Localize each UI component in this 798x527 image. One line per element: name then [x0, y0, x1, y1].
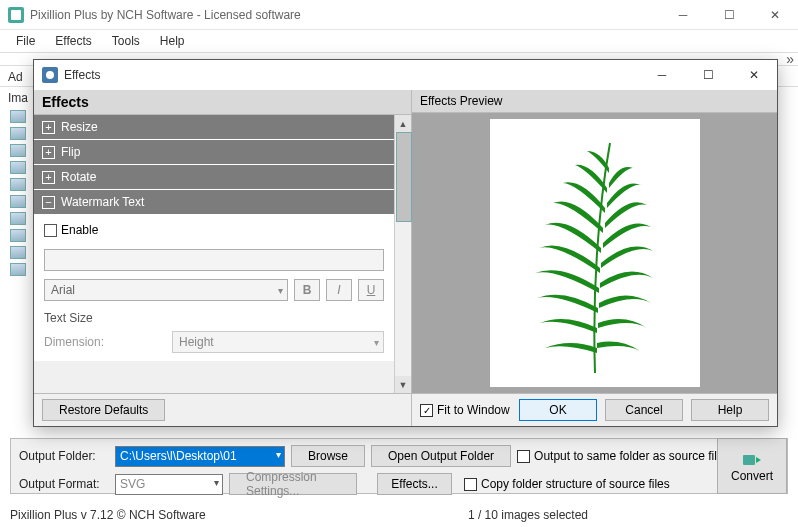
menu-tools[interactable]: Tools — [102, 32, 150, 50]
thumbnail[interactable] — [10, 212, 26, 225]
effect-rotate[interactable]: + Rotate — [34, 165, 394, 190]
close-button[interactable]: ✕ — [752, 0, 798, 30]
same-folder-label: Output to same folder as source files — [534, 449, 729, 463]
dimension-label: Dimension: — [44, 335, 164, 349]
thumbnail[interactable] — [10, 144, 26, 157]
scroll-down-icon[interactable]: ▼ — [395, 376, 411, 393]
cancel-button[interactable]: Cancel — [605, 399, 683, 421]
thumbnail[interactable] — [10, 178, 26, 191]
scroll-track[interactable] — [395, 132, 411, 376]
restore-defaults-button[interactable]: Restore Defaults — [42, 399, 165, 421]
menu-file[interactable]: File — [6, 32, 45, 50]
effect-flip[interactable]: + Flip — [34, 140, 394, 165]
dimension-combo[interactable]: Height ▾ — [172, 331, 384, 353]
ok-button[interactable]: OK — [519, 399, 597, 421]
preview-panel: Effects Preview — [412, 90, 777, 426]
scroll-up-icon[interactable]: ▲ — [395, 115, 411, 132]
dimension-value: Height — [179, 335, 214, 349]
text-size-label: Text Size — [44, 311, 384, 325]
maximize-button[interactable]: ☐ — [706, 0, 752, 30]
chevron-down-icon: ▾ — [276, 449, 281, 460]
app-icon — [8, 7, 24, 23]
statusbar: Pixillion Plus v 7.12 © NCH Software 1 /… — [0, 503, 798, 527]
version-text: Pixillion Plus v 7.12 © NCH Software — [10, 508, 206, 522]
convert-label: Convert — [731, 469, 773, 483]
effects-list-panel: Effects + Resize + Flip + Rotate — [34, 90, 412, 426]
effect-watermark-text[interactable]: − Watermark Text — [34, 190, 394, 215]
watermark-panel: Enable Arial ▾ B I U Text Size — [34, 215, 394, 361]
fit-label: Fit to Window — [437, 403, 510, 417]
checkbox-icon — [517, 450, 530, 463]
scrollbar[interactable]: ▲ ▼ — [394, 115, 411, 393]
dialog-title: Effects — [64, 68, 639, 82]
svg-rect-1 — [11, 10, 21, 20]
copy-structure-checkbox[interactable]: Copy folder structure of source files — [464, 477, 670, 491]
font-value: Arial — [51, 283, 75, 297]
effect-label: Watermark Text — [61, 195, 144, 209]
menu-effects[interactable]: Effects — [45, 32, 101, 50]
bold-button[interactable]: B — [294, 279, 320, 301]
preview-canvas — [490, 119, 700, 387]
effect-label: Resize — [61, 120, 98, 134]
open-output-button[interactable]: Open Output Folder — [371, 445, 511, 467]
compression-button[interactable]: Compression Settings... — [229, 473, 357, 495]
dialog-maximize-button[interactable]: ☐ — [685, 60, 731, 90]
main-titlebar: Pixillion Plus by NCH Software - License… — [0, 0, 798, 30]
checkbox-icon — [464, 478, 477, 491]
effect-label: Flip — [61, 145, 80, 159]
plus-icon: + — [42, 171, 55, 184]
effect-resize[interactable]: + Resize — [34, 115, 394, 140]
copy-structure-label: Copy folder structure of source files — [481, 477, 670, 491]
output-folder-value: C:\Users\l\Desktop\01 — [120, 449, 237, 463]
output-format-value: SVG — [120, 477, 145, 491]
effect-label: Rotate — [61, 170, 96, 184]
output-format-combo[interactable]: SVG ▾ — [115, 474, 223, 495]
window-title: Pixillion Plus by NCH Software - License… — [30, 8, 660, 22]
fit-to-window-checkbox[interactable]: ✓ Fit to Window — [420, 403, 510, 417]
help-button[interactable]: Help — [691, 399, 769, 421]
thumbnail[interactable] — [10, 195, 26, 208]
italic-button[interactable]: I — [326, 279, 352, 301]
watermark-text-input[interactable] — [44, 249, 384, 271]
checkbox-icon — [44, 224, 57, 237]
convert-icon — [742, 449, 762, 467]
browse-button[interactable]: Browse — [291, 445, 365, 467]
effects-button[interactable]: Effects... — [377, 473, 452, 495]
checkbox-checked-icon: ✓ — [420, 404, 433, 417]
convert-button[interactable]: Convert — [717, 438, 787, 494]
output-folder-label: Output Folder: — [19, 449, 109, 463]
thumbnail[interactable] — [10, 246, 26, 259]
same-folder-checkbox[interactable]: Output to same folder as source files — [517, 449, 729, 463]
font-combo[interactable]: Arial ▾ — [44, 279, 288, 301]
enable-checkbox[interactable]: Enable — [44, 223, 384, 237]
thumbnail[interactable] — [10, 263, 26, 276]
output-panel: Output Folder: C:\Users\l\Desktop\01 ▾ B… — [10, 438, 788, 494]
thumbnail[interactable] — [10, 229, 26, 242]
thumbnail[interactable] — [10, 127, 26, 140]
effects-dialog: Effects ─ ☐ ✕ Effects + Resize + Flip + — [33, 59, 778, 427]
dialog-minimize-button[interactable]: ─ — [639, 60, 685, 90]
menu-help[interactable]: Help — [150, 32, 195, 50]
toolbar-overflow-icon[interactable]: » — [786, 51, 794, 67]
fern-image — [515, 133, 675, 373]
output-folder-combo[interactable]: C:\Users\l\Desktop\01 ▾ — [115, 446, 285, 467]
selection-text: 1 / 10 images selected — [468, 508, 588, 522]
preview-header: Effects Preview — [412, 90, 777, 113]
chevron-down-icon: ▾ — [278, 285, 283, 296]
dialog-titlebar: Effects ─ ☐ ✕ — [34, 60, 777, 90]
scroll-thumb[interactable] — [396, 132, 412, 222]
preview-area — [412, 113, 777, 393]
enable-label: Enable — [61, 223, 98, 237]
underline-button[interactable]: U — [358, 279, 384, 301]
menubar: File Effects Tools Help — [0, 30, 798, 52]
chevron-down-icon: ▾ — [214, 477, 219, 488]
minimize-button[interactable]: ─ — [660, 0, 706, 30]
thumbnail[interactable] — [10, 110, 26, 123]
svg-point-4 — [46, 71, 54, 79]
dialog-close-button[interactable]: ✕ — [731, 60, 777, 90]
effects-icon — [42, 67, 58, 83]
minus-icon: − — [42, 196, 55, 209]
effects-header: Effects — [34, 90, 411, 115]
thumbnail[interactable] — [10, 161, 26, 174]
plus-icon: + — [42, 121, 55, 134]
